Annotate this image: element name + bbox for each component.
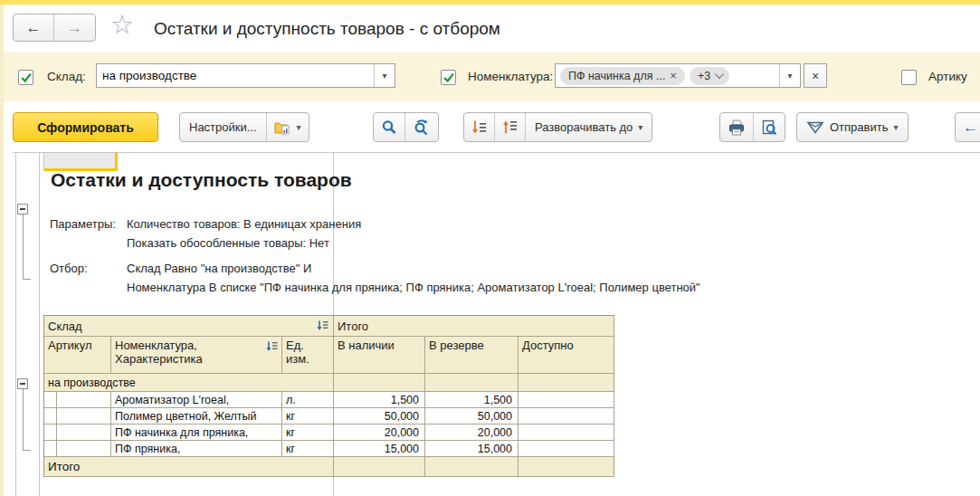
nomenclature-cell[interactable]: ПФ пряника, bbox=[111, 441, 282, 457]
column-header-unit[interactable]: Ед. изм. bbox=[282, 337, 334, 374]
tag-label: ПФ начинка для ... bbox=[568, 70, 665, 82]
artikul-cell[interactable] bbox=[57, 424, 111, 441]
total-cell-empty[interactable] bbox=[334, 457, 425, 477]
nomenclature-cell[interactable]: Ароматизатор L'roeal, bbox=[111, 392, 282, 408]
settings-button[interactable]: Настройки... bbox=[180, 113, 266, 141]
more-tags-pill[interactable]: +3 bbox=[690, 67, 729, 85]
sort-icon[interactable] bbox=[266, 341, 278, 352]
expand-all-icon bbox=[471, 119, 487, 135]
indent-cell[interactable] bbox=[44, 392, 57, 408]
remove-tag-icon[interactable]: × bbox=[670, 69, 677, 82]
header-label: Доступно bbox=[522, 339, 574, 352]
warehouse-combo[interactable]: на производстве ▾ bbox=[96, 63, 395, 88]
column-header-in-reserve[interactable]: В резерве bbox=[425, 337, 519, 374]
column-header-itogo[interactable]: Итого bbox=[334, 316, 614, 337]
filter-panel: Склад: на производстве ▾ Номенклатура: П… bbox=[4, 52, 980, 101]
params-label: Параметры: bbox=[50, 217, 116, 231]
group-collapse-toggle[interactable] bbox=[17, 204, 28, 215]
nomenclature-combo-dropdown[interactable]: ▾ bbox=[779, 64, 800, 87]
app-window: ← → ☆ Остатки и доступность товаров - с … bbox=[0, 0, 980, 496]
in-reserve-cell[interactable]: 20,000 bbox=[425, 424, 519, 441]
available-cell[interactable] bbox=[519, 441, 614, 457]
find-button[interactable] bbox=[374, 113, 404, 141]
article-filter-label: Артику bbox=[928, 70, 967, 83]
in-stock-cell[interactable]: 15,000 bbox=[334, 441, 425, 457]
column-header-nomenklatura[interactable]: Номенклатура, Характеристика bbox=[111, 337, 282, 374]
generate-report-button[interactable]: Сформировать bbox=[13, 112, 158, 142]
nomenclature-value: ПФ пряника, bbox=[115, 443, 180, 455]
group-cell-empty[interactable] bbox=[519, 374, 614, 392]
group-cell-empty[interactable] bbox=[425, 374, 519, 392]
total-cell-empty[interactable] bbox=[425, 457, 519, 477]
search-group bbox=[373, 112, 439, 142]
nomenclature-tag[interactable]: ПФ начинка для ... × bbox=[560, 67, 685, 85]
get-link-button[interactable]: ← bbox=[956, 113, 980, 141]
warehouse-combo-dropdown[interactable]: ▾ bbox=[374, 64, 395, 87]
column-header-sklad[interactable]: Склад bbox=[44, 316, 334, 337]
group-collapse-toggle[interactable] bbox=[17, 378, 28, 389]
artikul-cell[interactable] bbox=[57, 408, 111, 424]
send-button[interactable]: Отправить ▾ bbox=[797, 113, 908, 141]
warehouse-filter-label: Склад: bbox=[47, 70, 86, 83]
chevron-down-icon: ▾ bbox=[787, 72, 792, 81]
in-reserve-cell[interactable]: 15,000 bbox=[425, 441, 519, 457]
clear-nomenclature-button[interactable]: × bbox=[804, 63, 827, 88]
favorite-star-icon[interactable]: ☆ bbox=[110, 12, 134, 38]
indent-cell[interactable] bbox=[44, 441, 57, 457]
indent-cell[interactable] bbox=[44, 408, 57, 424]
chevron-down-icon: ▾ bbox=[893, 123, 898, 132]
header-label: Артикул bbox=[48, 339, 91, 352]
available-cell[interactable] bbox=[519, 392, 614, 408]
header-label: В резерве bbox=[429, 339, 484, 352]
available-cell[interactable] bbox=[519, 408, 614, 424]
send-group: Отправить ▾ bbox=[796, 112, 909, 142]
search-refresh-icon bbox=[413, 119, 431, 136]
unit-cell[interactable]: кг bbox=[282, 424, 334, 441]
total-row-label[interactable]: Итого bbox=[44, 457, 334, 477]
unit-cell[interactable]: кг bbox=[282, 408, 334, 424]
active-cell-cursor[interactable] bbox=[43, 152, 118, 171]
print-preview-button[interactable] bbox=[753, 113, 785, 141]
total-cell-empty[interactable] bbox=[519, 457, 614, 477]
in-reserve-value: 15,000 bbox=[478, 443, 512, 455]
unit-cell[interactable]: л. bbox=[282, 392, 334, 408]
in-stock-cell[interactable]: 1,500 bbox=[334, 392, 425, 408]
param-line: Показать обособленные товары: Нет bbox=[127, 236, 329, 250]
artikul-cell[interactable] bbox=[57, 392, 111, 408]
group-bracket-tick bbox=[23, 450, 31, 451]
column-header-in-stock[interactable]: В наличии bbox=[334, 337, 425, 374]
back-button[interactable]: ← bbox=[14, 14, 54, 41]
header-label: Итого bbox=[338, 320, 368, 333]
page-title: Остатки и доступность товаров - с отборо… bbox=[154, 19, 500, 39]
chevron-down-icon: ▾ bbox=[638, 123, 642, 132]
forward-button[interactable]: → bbox=[54, 14, 95, 41]
nomenclature-cell[interactable]: ПФ начинка для пряника, bbox=[111, 424, 282, 441]
unit-cell[interactable]: кг bbox=[282, 441, 334, 457]
collapse-all-button[interactable] bbox=[494, 113, 525, 141]
find-next-button[interactable] bbox=[404, 113, 438, 141]
available-cell[interactable] bbox=[519, 424, 614, 441]
expand-all-button[interactable] bbox=[464, 113, 494, 141]
expand-to-button[interactable]: Разворачивать до ▾ bbox=[525, 113, 652, 141]
print-button[interactable] bbox=[720, 113, 753, 141]
nomenclature-filter-checkbox[interactable] bbox=[441, 70, 456, 85]
in-reserve-cell[interactable]: 50,000 bbox=[425, 408, 519, 424]
nomenclature-combo[interactable]: ПФ начинка для ... × +3 ▾ bbox=[555, 63, 801, 88]
report-variants-button[interactable]: ▾ bbox=[266, 113, 309, 141]
in-reserve-value: 20,000 bbox=[478, 426, 512, 439]
group-row-warehouse[interactable]: на производстве bbox=[44, 374, 334, 392]
column-header-artikul[interactable]: Артикул bbox=[44, 337, 111, 374]
in-stock-cell[interactable]: 20,000 bbox=[334, 424, 425, 441]
warehouse-filter-checkbox[interactable] bbox=[18, 70, 33, 85]
sort-icon[interactable] bbox=[317, 320, 328, 331]
indent-cell[interactable] bbox=[44, 424, 57, 441]
artikul-cell[interactable] bbox=[57, 441, 111, 457]
column-header-available[interactable]: Доступно bbox=[519, 337, 614, 374]
group-cell-empty[interactable] bbox=[334, 374, 425, 392]
report-variant-folder-icon bbox=[274, 120, 291, 135]
nomenclature-cell[interactable]: Полимер цветной, Желтый bbox=[111, 408, 282, 424]
total-label: Итого bbox=[48, 460, 80, 473]
article-filter-checkbox[interactable] bbox=[901, 70, 917, 85]
in-stock-cell[interactable]: 50,000 bbox=[334, 408, 425, 424]
in-reserve-cell[interactable]: 1,500 bbox=[425, 392, 519, 408]
